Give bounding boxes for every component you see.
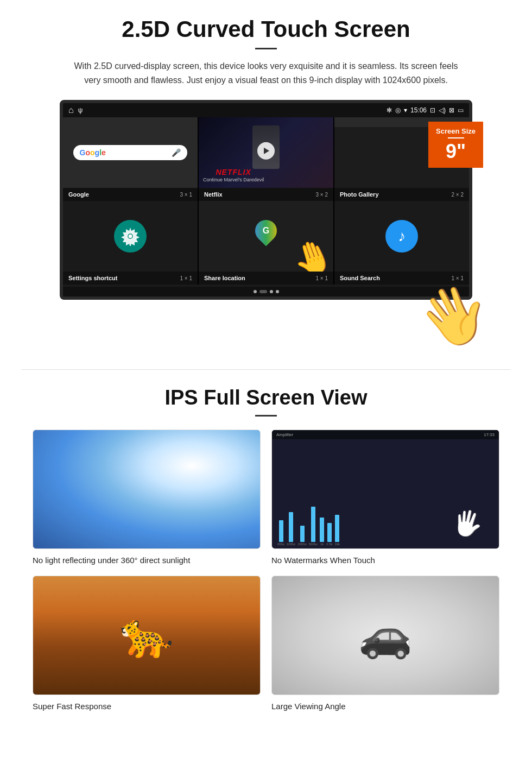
device-screen: ⌂ ψ ✻ ◎ ▾ 15:06 ⊡ ◁) ⊠ ▭ bbox=[60, 100, 472, 300]
page-indicator bbox=[63, 287, 469, 297]
gallery-name: Photo Gallery bbox=[340, 191, 379, 198]
app-cell-netflix[interactable]: NETFLIX Continue Marvel's Daredevil bbox=[199, 117, 333, 188]
google-grid: 3 × 1 bbox=[180, 192, 192, 198]
feature-sunlight: No light reflecting under 360° direct su… bbox=[33, 430, 261, 565]
badge-size: 9" bbox=[436, 141, 476, 162]
section-curved-screen: 2.5D Curved Touch Screen With 2.5D curve… bbox=[0, 0, 532, 300]
eq-freq-6: 2.5k bbox=[326, 542, 332, 546]
status-bar: ⌂ ψ ✻ ◎ ▾ 15:06 ⊡ ◁) ⊠ ▭ bbox=[63, 103, 469, 117]
mic-icon[interactable]: 🎤 bbox=[172, 148, 181, 157]
netflix-subtitle: Continue Marvel's Daredevil bbox=[203, 177, 264, 182]
gallery-label: Photo Gallery 2 × 2 bbox=[334, 188, 469, 201]
page-dot-4[interactable] bbox=[276, 290, 279, 293]
feature-equalizer: Amplifier 17:33 60hz 100hz bbox=[271, 430, 499, 565]
feature-grid: No light reflecting under 360° direct su… bbox=[33, 430, 499, 711]
sound-icon-circle: ♪ bbox=[385, 220, 418, 253]
cheetah-visual: 🐆 bbox=[33, 576, 260, 695]
eq-bar-2: 100hz bbox=[287, 512, 295, 546]
cheetah-caption: Super Fast Response bbox=[33, 702, 261, 711]
netflix-brand: NETFLIX bbox=[203, 168, 264, 176]
eq-bar-visual-3 bbox=[300, 526, 305, 542]
settings-grid: 1 × 1 bbox=[180, 275, 192, 281]
sound-name: Sound Search bbox=[340, 275, 380, 281]
location-icon: ◎ bbox=[395, 106, 401, 114]
cheetah-icon: 🐆 bbox=[119, 610, 174, 661]
share-label: Share location 1 × 1 bbox=[199, 272, 333, 285]
app-label-row-top: Google 3 × 1 Netflix 3 × 2 Photo Gallery… bbox=[63, 188, 469, 201]
eq-bar-6: 2.5k bbox=[326, 523, 332, 546]
eq-bar-visual-7 bbox=[335, 515, 339, 542]
device-mockup: Screen Size 9" ⌂ ψ ✻ ◎ ▾ 15:06 ⊡ ◁) ⊠ bbox=[60, 100, 472, 300]
sunlight-image bbox=[33, 430, 261, 549]
eq-header: Amplifier 17:33 bbox=[272, 430, 499, 439]
share-grid: 1 × 1 bbox=[315, 275, 328, 281]
eq-freq-4: 500hz bbox=[309, 542, 318, 546]
eq-hand-icon: 🖐 bbox=[450, 507, 485, 540]
window-icon: ▭ bbox=[458, 106, 464, 114]
badge-label: Screen Size bbox=[436, 127, 476, 135]
home-icon[interactable]: ⌂ bbox=[68, 105, 74, 115]
netflix-label-row: Netflix 3 × 2 bbox=[199, 188, 333, 201]
sunlight-caption: No light reflecting under 360° direct su… bbox=[33, 556, 261, 565]
eq-bar-4: 500hz bbox=[309, 507, 318, 546]
eq-bar-visual-2 bbox=[289, 512, 293, 542]
sound-label: Sound Search 1 × 1 bbox=[334, 272, 469, 285]
maps-icon-container bbox=[252, 220, 280, 253]
settings-icon-circle bbox=[114, 220, 147, 253]
title-underline bbox=[255, 48, 277, 49]
google-logo: Google bbox=[80, 148, 106, 157]
car-caption: Large Viewing Angle bbox=[271, 702, 499, 711]
google-search-bar[interactable]: Google 🎤 bbox=[73, 145, 188, 160]
section1-description: With 2.5D curved-display screen, this de… bbox=[71, 59, 461, 87]
camera-icon: ⊡ bbox=[430, 106, 435, 114]
eq-freq-2: 100hz bbox=[287, 542, 295, 546]
eq-bar-visual-5 bbox=[320, 518, 324, 542]
equalizer-image: Amplifier 17:33 60hz 100hz bbox=[271, 430, 499, 549]
usb-icon: ψ bbox=[78, 106, 83, 114]
app-grid-bottom: 🤚 ♪ bbox=[63, 201, 469, 272]
eq-bar-7: 10k bbox=[334, 515, 340, 546]
play-triangle-icon bbox=[264, 148, 269, 154]
gallery-grid: 2 × 2 bbox=[451, 192, 464, 198]
play-button[interactable] bbox=[257, 142, 275, 160]
sunlight-visual bbox=[33, 430, 260, 548]
google-label: Google 3 × 1 bbox=[63, 188, 198, 201]
wifi-icon: ▾ bbox=[404, 106, 407, 114]
page-dot-1[interactable] bbox=[254, 290, 257, 293]
eq-app-name: Amplifier bbox=[276, 432, 293, 437]
netflix-label: NETFLIX Continue Marvel's Daredevil bbox=[203, 168, 264, 182]
cheetah-image: 🐆 bbox=[33, 576, 261, 695]
screen-size-badge: Screen Size 9" bbox=[428, 122, 483, 168]
car-top-icon: 🚗 bbox=[358, 610, 413, 661]
touch-hand-icon: 🤚 bbox=[287, 233, 333, 272]
eq-freq-1: 60hz bbox=[277, 542, 284, 546]
eq-body: 60hz 100hz 200hz 500hz bbox=[272, 439, 499, 548]
eq-time: 17:33 bbox=[484, 432, 495, 437]
eq-bar-3: 200hz bbox=[297, 526, 306, 546]
eq-freq-7: 10k bbox=[334, 542, 340, 546]
page-dot-2[interactable] bbox=[259, 290, 267, 293]
sound-grid: 1 × 1 bbox=[451, 275, 464, 281]
equalizer-caption: No Watermarks When Touch bbox=[271, 556, 499, 565]
page-dot-3[interactable] bbox=[270, 290, 273, 293]
app-cell-share-location[interactable]: 🤚 bbox=[199, 201, 333, 272]
eq-bar-5: 1k bbox=[320, 518, 324, 546]
time-display: 15:06 bbox=[410, 106, 427, 114]
section2-underline bbox=[255, 415, 277, 417]
feature-cheetah: 🐆 Super Fast Response bbox=[33, 576, 261, 711]
app-label-row-bottom: Settings shortcut 1 × 1 Share location 1… bbox=[63, 272, 469, 285]
app-grid-top: Google 🎤 NETFLIX Continue Marv bbox=[63, 117, 469, 188]
feature-car: 🚗 Large Viewing Angle bbox=[271, 576, 499, 711]
netflix-name: Netflix bbox=[204, 191, 223, 198]
music-note-icon: ♪ bbox=[398, 228, 406, 245]
app-cell-settings[interactable] bbox=[63, 201, 198, 272]
close-icon: ⊠ bbox=[449, 106, 454, 114]
eq-freq-5: 1k bbox=[320, 542, 324, 546]
app-cell-google[interactable]: Google 🎤 bbox=[63, 117, 198, 188]
app-cell-sound-search[interactable]: ♪ bbox=[334, 201, 469, 272]
gear-icon bbox=[121, 226, 140, 246]
share-name: Share location bbox=[204, 275, 245, 281]
bluetooth-icon: ✻ bbox=[387, 106, 392, 114]
svg-point-2 bbox=[129, 235, 132, 238]
eq-freq-3: 200hz bbox=[297, 542, 306, 546]
